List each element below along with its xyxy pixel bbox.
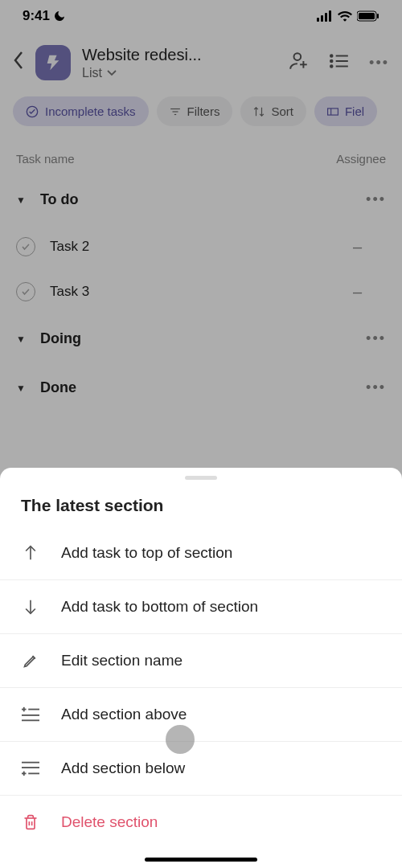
arrow-up-icon <box>21 544 40 562</box>
edit-section-name-item[interactable]: Edit section name <box>0 634 402 688</box>
pencil-icon <box>21 653 40 669</box>
arrow-down-icon <box>21 598 40 616</box>
add-section-above-item[interactable]: Add section above <box>0 688 402 742</box>
trash-icon <box>21 813 40 831</box>
add-task-bottom-item[interactable]: Add task to bottom of section <box>0 580 402 634</box>
add-above-icon <box>21 706 40 723</box>
action-sheet: The latest section Add task to top of se… <box>0 468 402 868</box>
delete-section-item[interactable]: Delete section <box>0 796 402 849</box>
sheet-item-label: Add task to bottom of section <box>61 598 258 616</box>
add-below-icon <box>21 760 40 776</box>
home-indicator[interactable] <box>145 858 257 862</box>
sheet-grabber[interactable] <box>185 476 217 480</box>
sheet-title: The latest section <box>0 485 402 526</box>
sheet-item-label: Edit section name <box>61 652 183 669</box>
sheet-item-label: Delete section <box>61 813 158 831</box>
add-section-below-item[interactable]: Add section below <box>0 742 402 796</box>
sheet-item-label: Add task to top of section <box>61 544 232 562</box>
sheet-item-label: Add section above <box>61 706 187 723</box>
sheet-item-label: Add section below <box>61 760 185 777</box>
add-task-top-item[interactable]: Add task to top of section <box>0 526 402 580</box>
touch-indicator <box>166 725 195 754</box>
